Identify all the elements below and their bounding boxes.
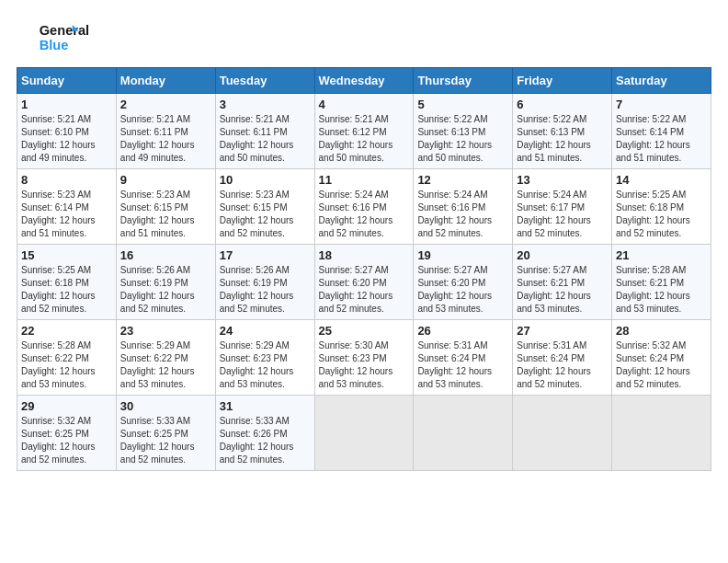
day-number: 29 [21, 399, 112, 413]
calendar-week-row: 15 Sunrise: 5:25 AMSunset: 6:18 PMDaylig… [17, 245, 711, 320]
calendar-cell: 25 Sunrise: 5:30 AMSunset: 6:23 PMDaylig… [314, 320, 414, 396]
calendar-cell: 9 Sunrise: 5:23 AMSunset: 6:15 PMDayligh… [116, 169, 215, 245]
column-header-saturday: Saturday [612, 68, 711, 94]
calendar-cell: 26 Sunrise: 5:31 AMSunset: 6:24 PMDaylig… [414, 320, 513, 396]
day-info: Sunrise: 5:25 AMSunset: 6:18 PMDaylight:… [21, 265, 96, 314]
day-info: Sunrise: 5:23 AMSunset: 6:14 PMDaylight:… [21, 190, 96, 238]
column-header-sunday: Sunday [17, 68, 117, 94]
calendar-cell: 11 Sunrise: 5:24 AMSunset: 6:16 PMDaylig… [314, 169, 414, 245]
day-info: Sunrise: 5:27 AMSunset: 6:20 PMDaylight:… [319, 265, 393, 314]
calendar-cell: 23 Sunrise: 5:29 AMSunset: 6:22 PMDaylig… [116, 320, 215, 396]
day-info: Sunrise: 5:24 AMSunset: 6:17 PMDaylight:… [517, 190, 591, 238]
column-header-wednesday: Wednesday [314, 68, 414, 94]
day-info: Sunrise: 5:31 AMSunset: 6:24 PMDaylight:… [517, 340, 591, 389]
day-number: 24 [220, 324, 311, 338]
day-number: 1 [21, 98, 112, 111]
day-number: 11 [319, 173, 410, 187]
day-number: 16 [120, 248, 211, 262]
calendar-cell: 30 Sunrise: 5:33 AMSunset: 6:25 PMDaylig… [116, 396, 215, 471]
calendar-cell: 29 Sunrise: 5:32 AMSunset: 6:25 PMDaylig… [17, 396, 117, 471]
day-number: 19 [417, 248, 508, 262]
day-number: 18 [319, 248, 410, 262]
day-info: Sunrise: 5:30 AMSunset: 6:23 PMDaylight:… [319, 340, 393, 389]
calendar-cell: 7 Sunrise: 5:22 AMSunset: 6:14 PMDayligh… [612, 94, 711, 169]
calendar-week-row: 1 Sunrise: 5:21 AMSunset: 6:10 PMDayligh… [17, 94, 711, 169]
day-info: Sunrise: 5:21 AMSunset: 6:10 PMDaylight:… [21, 114, 96, 163]
calendar-cell: 10 Sunrise: 5:23 AMSunset: 6:15 PMDaylig… [215, 169, 314, 245]
calendar-cell: 28 Sunrise: 5:32 AMSunset: 6:24 PMDaylig… [612, 320, 711, 396]
calendar-cell: 12 Sunrise: 5:24 AMSunset: 6:16 PMDaylig… [414, 169, 513, 245]
calendar-cell: 13 Sunrise: 5:24 AMSunset: 6:17 PMDaylig… [513, 169, 612, 245]
column-header-tuesday: Tuesday [215, 68, 314, 94]
day-info: Sunrise: 5:21 AMSunset: 6:12 PMDaylight:… [319, 114, 393, 163]
calendar-cell: 18 Sunrise: 5:27 AMSunset: 6:20 PMDaylig… [314, 245, 414, 320]
day-number: 10 [220, 173, 311, 187]
calendar-week-row: 29 Sunrise: 5:32 AMSunset: 6:25 PMDaylig… [17, 396, 711, 471]
day-info: Sunrise: 5:23 AMSunset: 6:15 PMDaylight:… [120, 190, 195, 238]
day-number: 21 [616, 248, 707, 262]
day-info: Sunrise: 5:22 AMSunset: 6:13 PMDaylight:… [517, 114, 591, 163]
calendar-cell: 6 Sunrise: 5:22 AMSunset: 6:13 PMDayligh… [513, 94, 612, 169]
day-number: 2 [120, 98, 211, 111]
day-number: 5 [417, 98, 508, 111]
calendar-week-row: 8 Sunrise: 5:23 AMSunset: 6:14 PMDayligh… [17, 169, 711, 245]
calendar-table: SundayMondayTuesdayWednesdayThursdayFrid… [17, 67, 711, 471]
day-number: 12 [417, 173, 508, 187]
day-info: Sunrise: 5:26 AMSunset: 6:19 PMDaylight:… [220, 265, 294, 314]
calendar-cell: 15 Sunrise: 5:25 AMSunset: 6:18 PMDaylig… [17, 245, 117, 320]
day-info: Sunrise: 5:22 AMSunset: 6:13 PMDaylight:… [417, 114, 492, 163]
day-number: 23 [120, 324, 211, 338]
day-info: Sunrise: 5:32 AMSunset: 6:24 PMDaylight:… [616, 340, 690, 389]
page-container: General Blue SundayMondayTuesdayWednesda… [0, 0, 728, 480]
day-info: Sunrise: 5:21 AMSunset: 6:11 PMDaylight:… [120, 114, 195, 163]
day-info: Sunrise: 5:24 AMSunset: 6:16 PMDaylight:… [417, 190, 492, 238]
day-info: Sunrise: 5:29 AMSunset: 6:22 PMDaylight:… [120, 340, 195, 389]
page-header: General Blue [17, 17, 711, 58]
calendar-cell: 5 Sunrise: 5:22 AMSunset: 6:13 PMDayligh… [414, 94, 513, 169]
day-info: Sunrise: 5:29 AMSunset: 6:23 PMDaylight:… [220, 340, 294, 389]
day-info: Sunrise: 5:23 AMSunset: 6:15 PMDaylight:… [220, 190, 294, 238]
calendar-cell: 16 Sunrise: 5:26 AMSunset: 6:19 PMDaylig… [116, 245, 215, 320]
svg-text:Blue: Blue [40, 38, 69, 52]
calendar-cell: 22 Sunrise: 5:28 AMSunset: 6:22 PMDaylig… [17, 320, 117, 396]
day-number: 4 [319, 98, 410, 111]
logo-icon: General Blue [17, 17, 99, 58]
calendar-cell: 3 Sunrise: 5:21 AMSunset: 6:11 PMDayligh… [215, 94, 314, 169]
svg-text:General: General [40, 23, 89, 38]
calendar-cell: 21 Sunrise: 5:28 AMSunset: 6:21 PMDaylig… [612, 245, 711, 320]
calendar-cell: 8 Sunrise: 5:23 AMSunset: 6:14 PMDayligh… [17, 169, 117, 245]
calendar-cell: 27 Sunrise: 5:31 AMSunset: 6:24 PMDaylig… [513, 320, 612, 396]
calendar-cell: 2 Sunrise: 5:21 AMSunset: 6:11 PMDayligh… [116, 94, 215, 169]
day-number: 30 [120, 399, 211, 413]
day-number: 7 [616, 98, 707, 111]
day-info: Sunrise: 5:31 AMSunset: 6:24 PMDaylight:… [417, 340, 492, 389]
day-info: Sunrise: 5:33 AMSunset: 6:25 PMDaylight:… [120, 416, 195, 465]
day-info: Sunrise: 5:32 AMSunset: 6:25 PMDaylight:… [21, 416, 96, 465]
day-number: 31 [220, 399, 311, 413]
column-header-monday: Monday [116, 68, 215, 94]
day-info: Sunrise: 5:26 AMSunset: 6:19 PMDaylight:… [120, 265, 195, 314]
calendar-cell [612, 396, 711, 471]
day-info: Sunrise: 5:33 AMSunset: 6:26 PMDaylight:… [220, 416, 294, 465]
calendar-cell: 19 Sunrise: 5:27 AMSunset: 6:20 PMDaylig… [414, 245, 513, 320]
day-number: 22 [21, 324, 112, 338]
day-number: 26 [417, 324, 508, 338]
column-header-thursday: Thursday [414, 68, 513, 94]
day-info: Sunrise: 5:22 AMSunset: 6:14 PMDaylight:… [616, 114, 690, 163]
day-number: 3 [220, 98, 311, 111]
day-number: 28 [616, 324, 707, 338]
calendar-cell [513, 396, 612, 471]
day-number: 6 [517, 98, 608, 111]
day-info: Sunrise: 5:28 AMSunset: 6:21 PMDaylight:… [616, 265, 690, 314]
day-number: 15 [21, 248, 112, 262]
day-info: Sunrise: 5:27 AMSunset: 6:20 PMDaylight:… [417, 265, 492, 314]
day-number: 13 [517, 173, 608, 187]
day-info: Sunrise: 5:21 AMSunset: 6:11 PMDaylight:… [220, 114, 294, 163]
day-info: Sunrise: 5:27 AMSunset: 6:21 PMDaylight:… [517, 265, 591, 314]
calendar-week-row: 22 Sunrise: 5:28 AMSunset: 6:22 PMDaylig… [17, 320, 711, 396]
day-number: 25 [319, 324, 410, 338]
calendar-cell [314, 396, 414, 471]
day-number: 17 [220, 248, 311, 262]
calendar-cell: 31 Sunrise: 5:33 AMSunset: 6:26 PMDaylig… [215, 396, 314, 471]
logo: General Blue [17, 17, 99, 58]
